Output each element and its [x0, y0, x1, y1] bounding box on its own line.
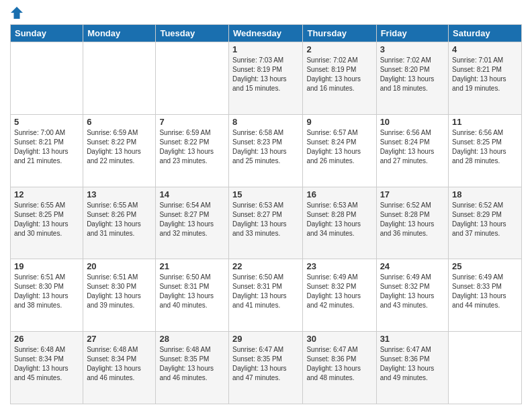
- calendar-day-cell: 3Sunrise: 7:02 AM Sunset: 8:20 PM Daylig…: [376, 42, 448, 115]
- day-info: Sunrise: 6:56 AM Sunset: 8:25 PM Dayligh…: [452, 128, 518, 166]
- day-number: 9: [306, 117, 372, 127]
- calendar-week-row: 19Sunrise: 6:51 AM Sunset: 8:30 PM Dayli…: [11, 259, 522, 332]
- day-info: Sunrise: 6:51 AM Sunset: 8:30 PM Dayligh…: [87, 273, 152, 310]
- calendar-day-cell: 4Sunrise: 7:01 AM Sunset: 8:21 PM Daylig…: [449, 42, 522, 115]
- day-number: 24: [380, 261, 445, 271]
- day-info: Sunrise: 7:03 AM Sunset: 8:19 PM Dayligh…: [232, 56, 299, 93]
- calendar-day-cell: 23Sunrise: 6:49 AM Sunset: 8:32 PM Dayli…: [303, 259, 376, 332]
- day-info: Sunrise: 6:52 AM Sunset: 8:28 PM Dayligh…: [380, 201, 445, 238]
- calendar-day-cell: [83, 42, 156, 115]
- calendar-day-cell: [156, 42, 229, 115]
- calendar-day-cell: 11Sunrise: 6:56 AM Sunset: 8:25 PM Dayli…: [449, 114, 522, 187]
- day-number: 22: [232, 261, 299, 271]
- day-info: Sunrise: 6:56 AM Sunset: 8:24 PM Dayligh…: [380, 128, 445, 166]
- calendar-day-cell: 12Sunrise: 6:55 AM Sunset: 8:25 PM Dayli…: [11, 187, 83, 259]
- calendar-header: SundayMondayTuesdayWednesdayThursdayFrid…: [11, 25, 522, 42]
- day-number: 2: [306, 44, 372, 54]
- day-info: Sunrise: 6:47 AM Sunset: 8:36 PM Dayligh…: [306, 345, 372, 383]
- day-info: Sunrise: 6:47 AM Sunset: 8:36 PM Dayligh…: [380, 345, 445, 383]
- day-info: Sunrise: 6:50 AM Sunset: 8:31 PM Dayligh…: [159, 273, 225, 310]
- calendar-week-row: 1Sunrise: 7:03 AM Sunset: 8:19 PM Daylig…: [11, 42, 522, 115]
- day-of-week-header: Saturday: [449, 25, 522, 42]
- day-number: 16: [306, 189, 372, 199]
- day-number: 14: [159, 189, 225, 199]
- calendar-day-cell: 9Sunrise: 6:57 AM Sunset: 8:24 PM Daylig…: [303, 114, 376, 187]
- calendar-day-cell: 28Sunrise: 6:48 AM Sunset: 8:35 PM Dayli…: [156, 332, 229, 404]
- day-number: 27: [87, 334, 152, 344]
- day-of-week-header: Wednesday: [229, 25, 303, 42]
- day-number: 5: [14, 117, 79, 127]
- calendar-day-cell: 13Sunrise: 6:55 AM Sunset: 8:26 PM Dayli…: [83, 187, 156, 259]
- day-number: 11: [452, 117, 518, 127]
- day-info: Sunrise: 6:49 AM Sunset: 8:33 PM Dayligh…: [452, 273, 518, 310]
- day-number: 7: [159, 117, 225, 127]
- day-info: Sunrise: 6:48 AM Sunset: 8:35 PM Dayligh…: [159, 345, 225, 383]
- day-info: Sunrise: 6:50 AM Sunset: 8:31 PM Dayligh…: [232, 273, 299, 310]
- day-info: Sunrise: 7:02 AM Sunset: 8:19 PM Dayligh…: [306, 56, 372, 93]
- calendar-day-cell: 15Sunrise: 6:53 AM Sunset: 8:27 PM Dayli…: [229, 187, 303, 259]
- svg-marker-0: [11, 7, 23, 19]
- calendar-day-cell: 2Sunrise: 7:02 AM Sunset: 8:19 PM Daylig…: [303, 42, 376, 115]
- day-of-week-header: Friday: [376, 25, 448, 42]
- calendar-day-cell: 21Sunrise: 6:50 AM Sunset: 8:31 PM Dayli…: [156, 259, 229, 332]
- day-info: Sunrise: 6:49 AM Sunset: 8:32 PM Dayligh…: [380, 273, 445, 310]
- calendar-day-cell: 17Sunrise: 6:52 AM Sunset: 8:28 PM Dayli…: [376, 187, 448, 259]
- day-number: 23: [306, 261, 372, 271]
- calendar-day-cell: [449, 332, 522, 404]
- calendar-day-cell: 29Sunrise: 6:47 AM Sunset: 8:35 PM Dayli…: [229, 332, 303, 404]
- day-number: 8: [232, 117, 299, 127]
- calendar-day-cell: 20Sunrise: 6:51 AM Sunset: 8:30 PM Dayli…: [83, 259, 156, 332]
- day-number: 21: [159, 261, 225, 271]
- calendar-day-cell: 27Sunrise: 6:48 AM Sunset: 8:34 PM Dayli…: [83, 332, 156, 404]
- day-number: 19: [14, 261, 79, 271]
- page: SundayMondayTuesdayWednesdayThursdayFrid…: [0, 0, 532, 411]
- calendar-day-cell: 30Sunrise: 6:47 AM Sunset: 8:36 PM Dayli…: [303, 332, 376, 404]
- calendar-day-cell: 31Sunrise: 6:47 AM Sunset: 8:36 PM Dayli…: [376, 332, 448, 404]
- day-info: Sunrise: 6:53 AM Sunset: 8:27 PM Dayligh…: [232, 201, 299, 238]
- calendar-day-cell: 14Sunrise: 6:54 AM Sunset: 8:27 PM Dayli…: [156, 187, 229, 259]
- day-info: Sunrise: 6:51 AM Sunset: 8:30 PM Dayligh…: [14, 273, 79, 310]
- calendar-day-cell: 25Sunrise: 6:49 AM Sunset: 8:33 PM Dayli…: [449, 259, 522, 332]
- day-of-week-header: Sunday: [11, 25, 83, 42]
- day-info: Sunrise: 6:59 AM Sunset: 8:22 PM Dayligh…: [159, 128, 225, 166]
- calendar-day-cell: 6Sunrise: 6:59 AM Sunset: 8:22 PM Daylig…: [83, 114, 156, 187]
- day-info: Sunrise: 6:53 AM Sunset: 8:28 PM Dayligh…: [306, 201, 372, 238]
- calendar-day-cell: 18Sunrise: 6:52 AM Sunset: 8:29 PM Dayli…: [449, 187, 522, 259]
- calendar-day-cell: 16Sunrise: 6:53 AM Sunset: 8:28 PM Dayli…: [303, 187, 376, 259]
- day-number: 17: [380, 189, 445, 199]
- day-info: Sunrise: 7:00 AM Sunset: 8:21 PM Dayligh…: [14, 128, 79, 166]
- day-number: 20: [87, 261, 152, 271]
- calendar-week-row: 5Sunrise: 7:00 AM Sunset: 8:21 PM Daylig…: [11, 114, 522, 187]
- day-number: 4: [452, 44, 518, 54]
- day-number: 28: [159, 334, 225, 344]
- calendar-table: SundayMondayTuesdayWednesdayThursdayFrid…: [10, 24, 522, 404]
- day-number: 25: [452, 261, 518, 271]
- day-info: Sunrise: 6:54 AM Sunset: 8:27 PM Dayligh…: [159, 201, 225, 238]
- day-of-week-header: Thursday: [303, 25, 376, 42]
- calendar-day-cell: 24Sunrise: 6:49 AM Sunset: 8:32 PM Dayli…: [376, 259, 448, 332]
- calendar-day-cell: 8Sunrise: 6:58 AM Sunset: 8:23 PM Daylig…: [229, 114, 303, 187]
- day-number: 12: [14, 189, 79, 199]
- calendar-day-cell: 26Sunrise: 6:48 AM Sunset: 8:34 PM Dayli…: [11, 332, 83, 404]
- calendar-day-cell: 19Sunrise: 6:51 AM Sunset: 8:30 PM Dayli…: [11, 259, 83, 332]
- day-number: 3: [380, 44, 445, 54]
- day-info: Sunrise: 6:59 AM Sunset: 8:22 PM Dayligh…: [87, 128, 152, 166]
- calendar-day-cell: 10Sunrise: 6:56 AM Sunset: 8:24 PM Dayli…: [376, 114, 448, 187]
- calendar-day-cell: 7Sunrise: 6:59 AM Sunset: 8:22 PM Daylig…: [156, 114, 229, 187]
- day-number: 10: [380, 117, 445, 127]
- day-number: 31: [380, 334, 445, 344]
- day-number: 29: [232, 334, 299, 344]
- day-info: Sunrise: 6:48 AM Sunset: 8:34 PM Dayligh…: [87, 345, 152, 383]
- calendar-day-cell: [11, 42, 83, 115]
- day-number: 18: [452, 189, 518, 199]
- calendar-day-cell: 22Sunrise: 6:50 AM Sunset: 8:31 PM Dayli…: [229, 259, 303, 332]
- calendar-week-row: 12Sunrise: 6:55 AM Sunset: 8:25 PM Dayli…: [11, 187, 522, 259]
- header: [10, 7, 522, 19]
- calendar-day-cell: 1Sunrise: 7:03 AM Sunset: 8:19 PM Daylig…: [229, 42, 303, 115]
- day-number: 15: [232, 189, 299, 199]
- day-info: Sunrise: 6:52 AM Sunset: 8:29 PM Dayligh…: [452, 201, 518, 238]
- day-info: Sunrise: 6:55 AM Sunset: 8:26 PM Dayligh…: [87, 201, 152, 238]
- calendar-body: 1Sunrise: 7:03 AM Sunset: 8:19 PM Daylig…: [11, 42, 522, 404]
- day-number: 6: [87, 117, 152, 127]
- day-of-week-header: Monday: [83, 25, 156, 42]
